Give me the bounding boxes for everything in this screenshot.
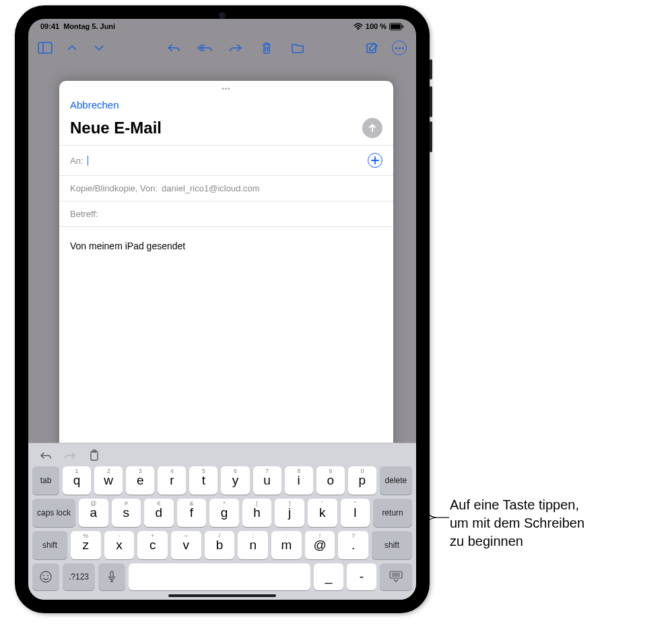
compose-icon[interactable] [364,39,381,57]
key-mainlabel: m [281,538,292,553]
key-s[interactable]: #s [112,499,141,527]
key-p[interactable]: 0p [348,466,376,495]
key-@[interactable]: !@ [305,531,335,559]
key-sublabel: 4 [170,468,174,474]
to-label: An: [70,156,83,166]
key-sublabel: 0 [360,468,364,474]
key-mainlabel: d [156,505,163,520]
key-g[interactable]: *g [209,499,239,527]
keyboard-row-1: tab 1q2w3e4r5t6y7u8i9o0pdelete [32,466,412,495]
svg-rect-12 [110,571,113,578]
trash-icon[interactable] [258,39,275,57]
key-sublabel: # [125,500,128,507]
key-sublabel: ; [252,532,254,539]
clipboard-icon[interactable] [88,449,101,462]
key-.[interactable]: ?. [338,531,368,559]
power-button[interactable] [430,59,432,80]
sheet-grabber[interactable]: ••• [222,85,231,92]
key-z[interactable]: %z [71,531,101,559]
cc-field-row[interactable]: Kopie/Blindkopie, Von: daniel_rico1@iclo… [59,175,393,201]
key-mainlabel: u [263,473,271,488]
sidebar-toggle-icon[interactable] [36,39,54,57]
key-sublabel: ? [351,532,355,539]
cancel-row: Abbrechen [59,92,393,114]
key-y[interactable]: 6y [221,466,249,495]
volume-down-button[interactable] [430,121,432,152]
key-a[interactable]: @a [79,499,108,527]
key-b[interactable]: /b [205,531,235,559]
key-f[interactable]: &f [177,499,207,527]
key-shift-right[interactable]: shift [372,531,412,559]
key-i[interactable]: 8i [285,466,313,495]
home-indicator[interactable] [168,594,276,597]
redo-icon[interactable] [63,449,77,462]
key-mainlabel: s [123,505,130,520]
reply-icon[interactable] [165,39,182,57]
front-camera [219,12,226,19]
key-numbers[interactable]: .?123 [63,563,95,590]
key-mainlabel: g [221,505,228,520]
key-h[interactable]: (h [242,499,272,527]
forward-icon[interactable] [227,39,244,57]
key-mainlabel: n [249,538,257,553]
more-icon[interactable] [391,39,408,57]
key-capslock[interactable]: caps lock [32,499,75,527]
screen: 09:41 Montag 5. Juni 100 % [28,19,416,600]
key-r[interactable]: 4r [158,466,186,495]
add-contact-button[interactable] [368,153,382,168]
prev-message-icon[interactable] [63,39,81,57]
key-sublabel: - [119,532,121,539]
key-n[interactable]: ;n [238,531,268,559]
key-mainlabel: y [232,473,239,488]
key-underscore[interactable]: _ [314,563,343,590]
key-dictation[interactable] [98,563,125,590]
move-folder-icon[interactable] [289,39,306,57]
subject-field-row[interactable]: Betreff: [59,201,393,226]
key-tab[interactable]: tab [32,466,59,495]
key-w[interactable]: 2w [94,466,123,495]
key-delete[interactable]: delete [380,466,412,495]
key-dash[interactable]: - [347,563,376,590]
key-mainlabel: p [359,473,366,488]
callout-line-2: um mit dem Schreiben [450,514,659,532]
volume-up-button[interactable] [430,86,432,117]
key-j[interactable]: )j [275,499,304,527]
key-sublabel: + [151,532,154,539]
key-x[interactable]: -x [104,531,135,559]
undo-icon[interactable] [39,449,53,462]
key-o[interactable]: 9o [316,466,345,495]
key-dismiss-keyboard[interactable] [380,563,412,590]
cancel-button[interactable]: Abbrechen [70,99,119,111]
reply-all-icon[interactable] [196,39,213,57]
key-sublabel: 6 [234,468,237,474]
keyboard-row-3: shift %z-x+c=v/b;n:m!@?.shift [32,531,412,559]
next-message-icon[interactable] [90,39,108,57]
subject-input[interactable] [102,210,382,219]
svg-rect-7 [91,451,98,460]
to-field-row[interactable]: An: [59,145,393,175]
key-q[interactable]: 1q [63,466,91,495]
cc-label: Kopie/Blindkopie, Von: [70,183,158,193]
key-t[interactable]: 5t [189,466,217,495]
signature-text: Von meinem iPad gesendet [70,241,382,251]
key-k[interactable]: 'k [308,499,337,527]
key-l[interactable]: "l [341,499,370,527]
key-d[interactable]: €d [144,499,174,527]
key-mainlabel: @ [313,538,326,553]
key-return[interactable]: return [373,499,412,527]
key-e[interactable]: 3e [126,466,154,495]
send-button[interactable] [362,118,382,138]
key-v[interactable]: =v [171,531,201,559]
to-input[interactable] [88,155,364,166]
key-sublabel: & [189,500,193,507]
key-c[interactable]: +c [137,531,168,559]
key-emoji[interactable] [32,563,59,590]
key-sublabel: 3 [139,468,142,474]
key-m[interactable]: :m [271,531,302,559]
status-date: Montag 5. Juni [63,22,115,30]
key-spacebar[interactable] [129,563,310,590]
key-mainlabel: h [253,505,261,520]
key-shift-left[interactable]: shift [32,531,67,559]
key-u[interactable]: 7u [253,466,281,495]
key-sublabel: : [285,532,288,539]
